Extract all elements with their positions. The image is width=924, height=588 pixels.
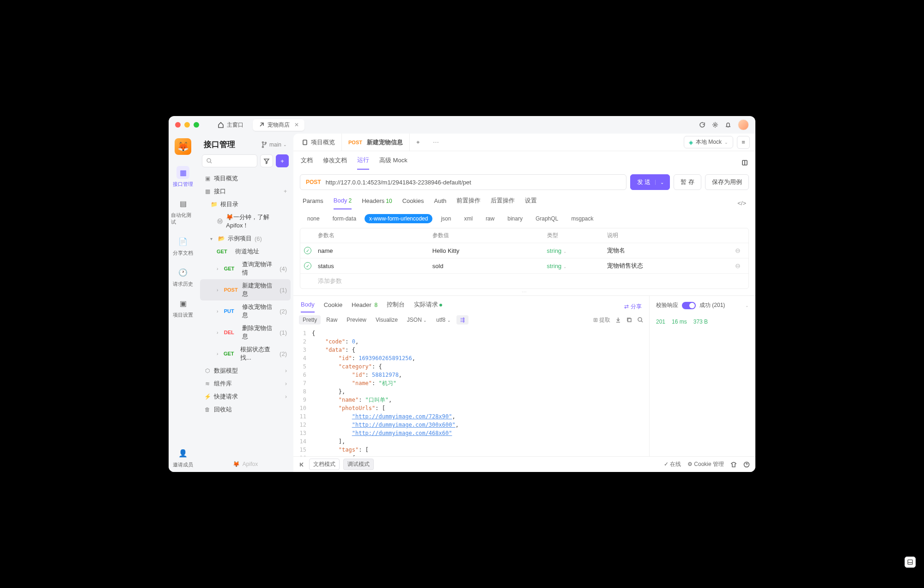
resptab-cookie[interactable]: Cookie	[324, 301, 342, 312]
reqtab-params[interactable]: Params	[303, 197, 323, 209]
tree-delete[interactable]: ›DEL删除宠物信息 (1)	[200, 322, 291, 343]
resptab-realreq[interactable]: 实际请求	[414, 300, 442, 312]
tree-bystatus[interactable]: ›GET根据状态查找... (2)	[200, 343, 291, 364]
tab-api[interactable]: POST新建宠物信息	[342, 134, 410, 151]
env-selector[interactable]: ◈本地 Mock ⌄	[684, 136, 733, 148]
reqtab-settings[interactable]: 设置	[525, 196, 537, 209]
extract-button[interactable]: ⊞ 提取	[593, 316, 610, 324]
subtab-editdoc[interactable]: 修改文档	[323, 156, 347, 169]
bodytype-json[interactable]: json	[436, 214, 456, 223]
tree-quickreq[interactable]: ⚡快捷请求›	[200, 390, 291, 403]
bodytype-binary[interactable]: binary	[503, 214, 527, 223]
bell-icon[interactable]	[725, 122, 731, 128]
settings-icon[interactable]	[712, 122, 718, 128]
share-button[interactable]: ⇄ 分享	[624, 303, 642, 311]
resptab-body[interactable]: Body	[301, 301, 315, 312]
refresh-icon[interactable]	[699, 122, 705, 128]
reqtab-auth[interactable]: Auth	[434, 197, 447, 209]
resptab-console[interactable]: 控制台	[387, 300, 405, 312]
nav-settings[interactable]: ▣项目设置	[171, 293, 195, 322]
tree-overview[interactable]: ▣项目概览	[200, 172, 291, 185]
tree-example-proj[interactable]: ▾📂示例项目 (6)	[200, 232, 291, 245]
collapse-icon[interactable]	[299, 461, 305, 468]
response-code[interactable]: 1{2 "code": 0,3 "data": {4 "id": 1693960…	[293, 327, 649, 456]
pause-button[interactable]: 暂 存	[674, 174, 701, 190]
reqtab-post[interactable]: 后置操作	[491, 196, 515, 209]
tab-overview[interactable]: 项目概览	[295, 134, 342, 151]
nav-sharedoc[interactable]: 📄分享文档	[171, 231, 195, 260]
tree-root-dir[interactable]: 📁根目录	[200, 198, 291, 211]
tool-format[interactable]: JSON ⌄	[403, 315, 431, 325]
shirt-icon[interactable]	[730, 461, 737, 468]
branch-selector[interactable]: main ⌄	[261, 141, 287, 148]
tab-more[interactable]: ⋯	[426, 134, 445, 151]
tool-enc[interactable]: utf8 ⌄	[432, 315, 454, 325]
nav-api[interactable]: ▦接口管理	[171, 162, 195, 191]
close-tab-icon[interactable]: ✕	[294, 122, 299, 128]
tree-tip[interactable]: Ⓜ🦊一分钟，了解 Apifox！	[200, 211, 291, 232]
bodytype-graphql[interactable]: GraphQL	[531, 214, 563, 223]
tree-api-root[interactable]: ▦接口+	[200, 185, 291, 198]
tree-update[interactable]: ›PUT修改宠物信息 (2)	[200, 300, 291, 322]
tree-trash[interactable]: 🗑回收站	[200, 403, 291, 416]
tool-visualize[interactable]: Visualize	[372, 315, 401, 325]
user-avatar[interactable]	[738, 119, 749, 130]
resize-handle[interactable]: ⋯	[293, 289, 755, 295]
copy-icon[interactable]	[626, 317, 632, 323]
search-input[interactable]	[202, 154, 257, 167]
bodytype-msgpack[interactable]: msgpack	[567, 214, 598, 223]
chevron-down-icon[interactable]: ⌄	[745, 303, 749, 308]
reqtab-headers[interactable]: Headers10	[362, 197, 392, 209]
tree-detail[interactable]: ›GET查询宠物详情 (4)	[200, 258, 291, 279]
tree-datamodel[interactable]: ⬡数据模型›	[200, 364, 291, 377]
validate-toggle[interactable]	[682, 302, 696, 309]
check-icon[interactable]: ✓	[304, 247, 311, 254]
bodytype-urlencoded[interactable]: x-www-form-urlencoded	[365, 214, 432, 223]
bodytype-raw[interactable]: raw	[481, 214, 499, 223]
saveas-button[interactable]: 保存为用例	[705, 174, 749, 190]
remove-row-icon[interactable]: ⊖	[731, 247, 745, 254]
mode-test[interactable]: 调试模式	[343, 459, 374, 470]
app-logo[interactable]: 🦊	[175, 138, 191, 155]
minimize-window[interactable]	[184, 122, 190, 128]
reqtab-body[interactable]: Body2	[334, 197, 352, 209]
tab-add[interactable]: +	[410, 134, 426, 151]
nav-autotest[interactable]: ▤自动化测试	[171, 193, 195, 229]
tree-components[interactable]: ≋组件库›	[200, 377, 291, 390]
remove-row-icon[interactable]: ⊖	[731, 262, 745, 270]
filter-button[interactable]	[260, 154, 273, 167]
reqtab-pre[interactable]: 前置操作	[456, 196, 480, 209]
subtab-mock[interactable]: 高级 Mock	[379, 156, 407, 169]
reqtab-cookies[interactable]: Cookies	[402, 197, 424, 209]
cookie-mgmt[interactable]: ⚙ Cookie 管理	[687, 460, 724, 468]
maximize-window[interactable]	[194, 122, 199, 128]
nav-invite[interactable]: 👤邀请成员	[171, 443, 195, 472]
download-icon[interactable]	[615, 317, 621, 323]
layout-icon[interactable]	[742, 159, 748, 166]
tree-addr[interactable]: GET街道地址	[200, 245, 291, 258]
send-button[interactable]: 发 送⌄	[630, 174, 670, 190]
tool-wrap[interactable]: ⇶	[456, 315, 468, 325]
subtab-run[interactable]: 运行	[357, 156, 369, 170]
table-row[interactable]: ✓ name Hello Kitty string ⌄ 宠物名 ⊖	[300, 243, 748, 258]
add-param-row[interactable]: 添加参数	[300, 274, 748, 288]
bodytype-formdata[interactable]: form-data	[328, 214, 361, 223]
bodytype-none[interactable]: none	[303, 214, 324, 223]
menu-button[interactable]: ≡	[737, 136, 750, 149]
tool-pretty[interactable]: Pretty	[299, 315, 321, 325]
table-row[interactable]: ✓ status sold string ⌄ 宠物销售状态 ⊖	[300, 258, 748, 274]
window-tab-main[interactable]: 主窗口	[212, 119, 249, 131]
tool-raw[interactable]: Raw	[322, 315, 341, 325]
resptab-header[interactable]: Header 8	[352, 301, 377, 312]
window-tab-petstore[interactable]: 宠物商店 ✕	[253, 119, 304, 131]
url-input[interactable]: POST http://127.0.0.1:4523/m1/2941843-22…	[300, 174, 626, 190]
mode-doc[interactable]: 文档模式	[309, 459, 340, 470]
check-icon[interactable]: ✓	[304, 262, 311, 270]
bodytype-xml[interactable]: xml	[459, 214, 477, 223]
chevron-down-icon[interactable]: ⌄	[655, 180, 667, 185]
help-icon[interactable]	[743, 461, 750, 468]
nav-history[interactable]: 🕐请求历史	[171, 262, 195, 291]
subtab-doc[interactable]: 文档	[301, 156, 313, 169]
tree-create[interactable]: ›POST新建宠物信息 (1)	[200, 279, 291, 300]
tool-preview[interactable]: Preview	[343, 315, 370, 325]
